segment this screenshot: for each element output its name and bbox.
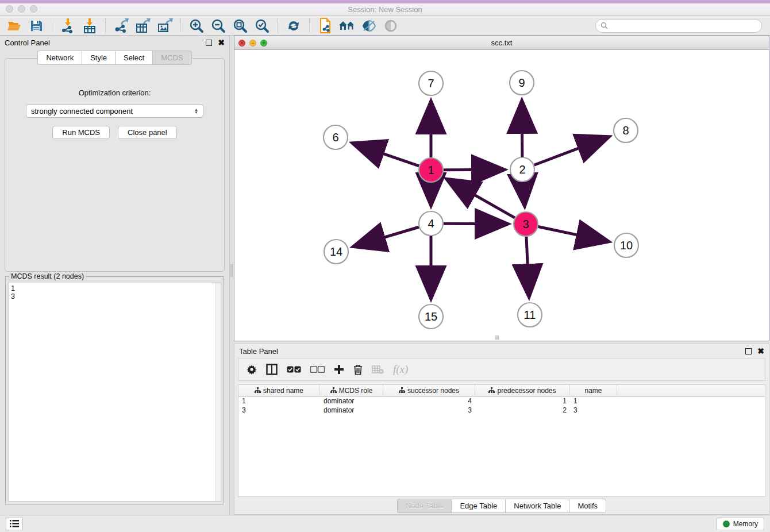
mcds-result-scrollbar[interactable] bbox=[215, 283, 221, 501]
delete-table-button[interactable] bbox=[372, 365, 384, 374]
column-header-predecessor-nodes[interactable]: predecessor nodes bbox=[475, 385, 570, 396]
column-header-shared-name[interactable]: shared name bbox=[238, 385, 320, 396]
column-visibility-button[interactable] bbox=[266, 364, 278, 375]
zoom-in-icon bbox=[189, 18, 204, 33]
network-view-window: ✕ − ＋ scc.txt 7968124314101511 bbox=[234, 36, 769, 341]
tab-network-table[interactable]: Network Table bbox=[505, 499, 569, 513]
tab-node-table[interactable]: Node Table bbox=[397, 499, 452, 513]
delete-column-button[interactable] bbox=[353, 364, 363, 375]
table-cell[interactable]: 2 bbox=[475, 406, 570, 415]
zoom-selected-button[interactable] bbox=[252, 17, 272, 34]
tab-edge-table[interactable]: Edge Table bbox=[451, 499, 505, 513]
open-session-button[interactable] bbox=[5, 17, 24, 34]
save-session-button[interactable] bbox=[26, 17, 46, 34]
tab-select[interactable]: Select bbox=[115, 51, 152, 65]
memory-status-icon bbox=[723, 521, 730, 527]
table-cell[interactable]: dominator bbox=[320, 397, 383, 406]
refresh-layout-button[interactable] bbox=[284, 17, 303, 34]
zoom-fit-icon bbox=[233, 18, 248, 33]
plus-icon bbox=[334, 364, 344, 375]
task-history-button[interactable] bbox=[6, 518, 23, 530]
table-cell[interactable]: 3 bbox=[383, 406, 475, 415]
splitter-grip[interactable] bbox=[230, 264, 233, 277]
mcds-result-title: MCDS result (2 nodes) bbox=[9, 272, 86, 280]
criterion-select[interactable]: strongly connected component ▲▼ bbox=[26, 104, 203, 118]
run-mcds-button[interactable]: Run MCDS bbox=[52, 126, 110, 139]
table-cell[interactable]: 4 bbox=[383, 397, 475, 406]
edge-3-10[interactable] bbox=[538, 227, 607, 241]
close-panel-button[interactable]: Close panel bbox=[118, 126, 177, 139]
first-neighbors-button[interactable] bbox=[337, 17, 357, 34]
export-table-button[interactable] bbox=[133, 17, 153, 34]
edge-3-11[interactable] bbox=[526, 237, 529, 295]
table-options-button[interactable] bbox=[247, 364, 257, 375]
edge-4-14[interactable] bbox=[355, 227, 419, 246]
edge-1-6[interactable] bbox=[354, 144, 419, 166]
edge-2-3[interactable] bbox=[523, 182, 524, 205]
table-cell[interactable]: 1 bbox=[238, 397, 320, 406]
zoom-out-button[interactable] bbox=[209, 17, 228, 34]
canvas-resize-handle[interactable] bbox=[495, 336, 499, 340]
gear-icon bbox=[247, 364, 257, 375]
table-cell[interactable]: 1 bbox=[570, 397, 617, 406]
table-row[interactable]: 1dominator411 bbox=[238, 397, 765, 406]
zoom-fit-button[interactable] bbox=[230, 17, 250, 34]
network-zoom-button[interactable]: ＋ bbox=[260, 40, 267, 47]
close-window-button[interactable] bbox=[6, 5, 13, 13]
trash-icon bbox=[353, 364, 363, 375]
show-graphics-details-button[interactable] bbox=[359, 17, 379, 34]
mcds-result-text[interactable]: 1 3 bbox=[8, 283, 221, 502]
vertical-splitter[interactable] bbox=[230, 36, 234, 515]
hide-graphics-details-button[interactable] bbox=[381, 17, 401, 34]
network-close-button[interactable]: ✕ bbox=[238, 40, 245, 47]
select-all-button[interactable] bbox=[287, 366, 301, 373]
table-cell[interactable]: 3 bbox=[570, 406, 617, 415]
float-panel-icon[interactable] bbox=[206, 40, 212, 46]
memory-button-label: Memory bbox=[733, 520, 758, 528]
add-column-button[interactable] bbox=[334, 364, 344, 375]
edge-3-1[interactable] bbox=[448, 180, 515, 218]
edge-4-3[interactable] bbox=[444, 223, 506, 224]
table-row[interactable]: 3dominator323 bbox=[238, 406, 765, 415]
search-input[interactable] bbox=[611, 22, 757, 30]
close-table-panel-icon[interactable]: ✖ bbox=[757, 348, 764, 354]
memory-button[interactable]: Memory bbox=[717, 518, 764, 530]
tab-style[interactable]: Style bbox=[82, 51, 115, 65]
minimize-window-button[interactable] bbox=[18, 5, 25, 13]
export-network-button[interactable] bbox=[111, 17, 131, 34]
table-cell[interactable]: 1 bbox=[475, 397, 570, 406]
import-table-button[interactable] bbox=[80, 17, 99, 34]
new-network-from-selection-button[interactable] bbox=[315, 17, 335, 34]
tab-motifs[interactable]: Motifs bbox=[569, 499, 606, 513]
edge-2-9[interactable] bbox=[522, 102, 522, 157]
node-label-3: 3 bbox=[522, 218, 529, 230]
table-panel-titlebar: Table Panel ✖ bbox=[234, 344, 769, 358]
edge-1-2[interactable] bbox=[444, 169, 503, 170]
edge-2-8[interactable] bbox=[534, 137, 608, 165]
network-graph[interactable]: 7968124314101511 bbox=[234, 50, 769, 341]
unselect-all-button[interactable] bbox=[310, 366, 325, 373]
table-cell[interactable]: 3 bbox=[238, 406, 320, 415]
table-cell[interactable]: dominator bbox=[320, 406, 383, 415]
function-builder-button[interactable]: f(x) bbox=[393, 363, 408, 376]
tab-mcds[interactable]: MCDS bbox=[152, 51, 191, 65]
search-field[interactable] bbox=[595, 19, 762, 33]
column-header-successor-nodes[interactable]: successor nodes bbox=[383, 385, 475, 396]
network-traffic-lights[interactable]: ✕ − ＋ bbox=[238, 40, 267, 47]
column-header-MCDS-role[interactable]: MCDS role bbox=[320, 385, 383, 396]
tab-network[interactable]: Network bbox=[37, 51, 82, 65]
column-header-name[interactable]: name bbox=[570, 385, 617, 396]
close-panel-icon[interactable]: ✖ bbox=[218, 40, 225, 46]
toolbar-separator bbox=[278, 18, 278, 33]
network-view-titlebar[interactable]: ✕ − ＋ scc.txt bbox=[234, 36, 769, 50]
export-image-icon bbox=[157, 18, 173, 33]
network-canvas[interactable]: 7968124314101511 bbox=[234, 50, 769, 341]
app-traffic-lights[interactable] bbox=[6, 5, 37, 13]
import-network-button[interactable] bbox=[58, 17, 78, 34]
float-table-panel-icon[interactable] bbox=[745, 348, 752, 354]
network-minimize-button[interactable]: − bbox=[249, 40, 256, 47]
zoom-window-button[interactable] bbox=[30, 5, 37, 13]
zoom-in-button[interactable] bbox=[187, 17, 206, 34]
export-image-button[interactable] bbox=[155, 17, 175, 34]
unselect-all-icon bbox=[310, 366, 325, 373]
